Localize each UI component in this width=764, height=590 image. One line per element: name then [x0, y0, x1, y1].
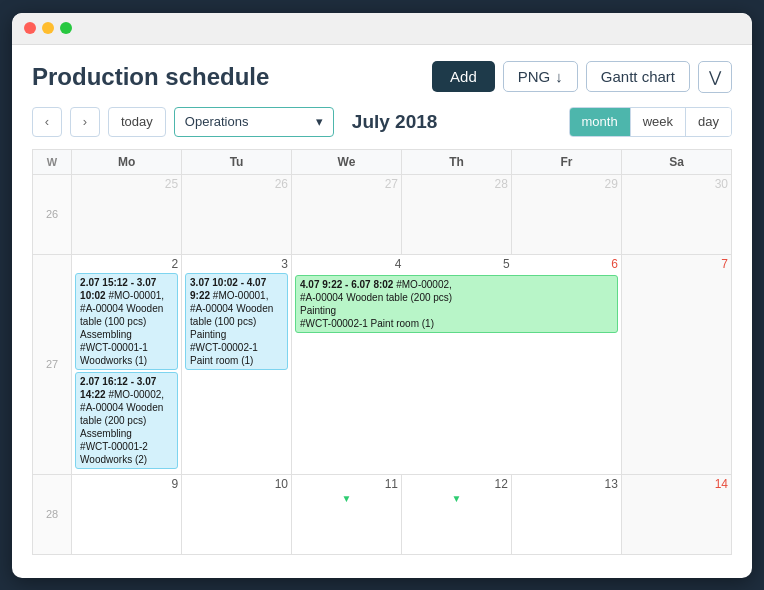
day-number: 5 — [403, 257, 509, 271]
page-content: Production schedule Add PNG ↓ Gantt char… — [12, 45, 752, 567]
day-number: 3 — [185, 257, 288, 271]
day-number: 4 — [295, 257, 401, 271]
maximize-button[interactable] — [60, 22, 72, 34]
operations-select[interactable]: Operations ▾ — [174, 107, 334, 137]
view-tabs: month week day — [569, 107, 732, 137]
add-button[interactable]: Add — [432, 61, 495, 92]
week-number: 27 — [33, 254, 72, 474]
calendar-cell: 28 — [402, 174, 512, 254]
tab-week[interactable]: week — [630, 108, 685, 136]
next-button[interactable]: › — [70, 107, 100, 137]
event-text: 2.07 16:12 - 3.07 14:22 #MO-00002,#A-000… — [80, 376, 164, 465]
day-number: 12 — [405, 477, 508, 491]
col-header-sa: Sa — [621, 149, 731, 174]
week-number: 26 — [33, 174, 72, 254]
table-row: 28 9 10 11 ▼ 12 ▼ — [33, 474, 732, 554]
minimize-button[interactable] — [42, 22, 54, 34]
list-item[interactable]: 2.07 16:12 - 3.07 14:22 #MO-00002,#A-000… — [75, 372, 178, 469]
tab-month[interactable]: month — [570, 108, 630, 136]
header-buttons: Add PNG ↓ Gantt chart ⋁ — [432, 61, 732, 93]
day-number: 2 — [75, 257, 178, 271]
main-window: Production schedule Add PNG ↓ Gantt char… — [12, 13, 752, 578]
day-number: 26 — [185, 177, 288, 191]
calendar-cell: 12 ▼ — [402, 474, 512, 554]
day-number: 30 — [625, 177, 728, 191]
calendar-table: W Mo Tu We Th Fr Sa 26 25 26 27 28 29 — [32, 149, 732, 555]
prev-button[interactable]: ‹ — [32, 107, 62, 137]
list-item[interactable]: 3.07 10:02 - 4.07 9:22 #MO-00001,#A-0000… — [185, 273, 288, 370]
gantt-button[interactable]: Gantt chart — [586, 61, 690, 92]
col-header-mo: Mo — [72, 149, 182, 174]
event-text: 3.07 10:02 - 4.07 9:22 #MO-00001,#A-0000… — [190, 277, 273, 366]
day-number: 6 — [512, 257, 618, 271]
traffic-lights — [24, 22, 72, 34]
calendar-cell: 27 — [292, 174, 402, 254]
day-number: 13 — [515, 477, 618, 491]
calendar-cell: 3 3.07 10:02 - 4.07 9:22 #MO-00001,#A-00… — [182, 254, 292, 474]
col-header-th: Th — [402, 149, 512, 174]
col-header-tu: Tu — [182, 149, 292, 174]
calendar-cell: 4 5 6 4.07 9:22 - 6.07 8:02 #MO-00002,#A… — [292, 254, 622, 474]
event-text: 2.07 15:12 - 3.07 10:02 #MO-00001,#A-000… — [80, 277, 164, 366]
operations-label: Operations — [185, 114, 249, 129]
day-number: 9 — [75, 477, 178, 491]
col-header-we: We — [292, 149, 402, 174]
day-number: 11 — [295, 477, 398, 491]
calendar-cell: 11 ▼ — [292, 474, 402, 554]
current-month-label: July 2018 — [352, 111, 561, 133]
day-number: 25 — [75, 177, 178, 191]
png-down-icon: ↓ — [555, 68, 563, 85]
calendar-cell: 30 — [621, 174, 731, 254]
calendar-cell: 2 2.07 15:12 - 3.07 10:02 #MO-00001,#A-0… — [72, 254, 182, 474]
day-number: 7 — [625, 257, 728, 271]
col-header-week: W — [33, 149, 72, 174]
list-item[interactable]: 4.07 9:22 - 6.07 8:02 #MO-00002,#A-00004… — [295, 275, 618, 333]
header-row: Production schedule Add PNG ↓ Gantt char… — [32, 61, 732, 93]
today-button[interactable]: today — [108, 107, 166, 137]
png-label: PNG — [518, 68, 551, 85]
list-item[interactable]: 2.07 15:12 - 3.07 10:02 #MO-00001,#A-000… — [75, 273, 178, 370]
page-title: Production schedule — [32, 63, 269, 91]
week-number: 28 — [33, 474, 72, 554]
calendar-cell: 25 — [72, 174, 182, 254]
day-number: 14 — [625, 477, 728, 491]
calendar-cell: 13 — [511, 474, 621, 554]
day-number: 29 — [515, 177, 618, 191]
calendar-header-row: W Mo Tu We Th Fr Sa — [33, 149, 732, 174]
calendar-cell: 14 — [621, 474, 731, 554]
tab-day[interactable]: day — [685, 108, 731, 136]
png-button[interactable]: PNG ↓ — [503, 61, 578, 92]
table-row: 26 25 26 27 28 29 30 — [33, 174, 732, 254]
table-row: 27 2 2.07 15:12 - 3.07 10:02 #MO-00001,#… — [33, 254, 732, 474]
more-button[interactable]: ⋁ — [698, 61, 732, 93]
event-indicator: ▼ — [405, 493, 508, 504]
day-number: 28 — [405, 177, 508, 191]
col-header-fr: Fr — [511, 149, 621, 174]
close-button[interactable] — [24, 22, 36, 34]
calendar-cell: 29 — [511, 174, 621, 254]
calendar-cell: 7 — [621, 254, 731, 474]
calendar-cell: 10 — [182, 474, 292, 554]
toolbar-row: ‹ › today Operations ▾ July 2018 month w… — [32, 107, 732, 137]
chevron-down-icon: ⋁ — [709, 68, 721, 85]
event-indicator: ▼ — [295, 493, 398, 504]
titlebar — [12, 13, 752, 45]
day-number: 27 — [295, 177, 398, 191]
calendar-cell: 26 — [182, 174, 292, 254]
event-text: 4.07 9:22 - 6.07 8:02 #MO-00002,#A-00004… — [300, 279, 452, 329]
select-chevron-icon: ▾ — [316, 114, 323, 129]
day-number: 10 — [185, 477, 288, 491]
calendar-cell: 9 — [72, 474, 182, 554]
